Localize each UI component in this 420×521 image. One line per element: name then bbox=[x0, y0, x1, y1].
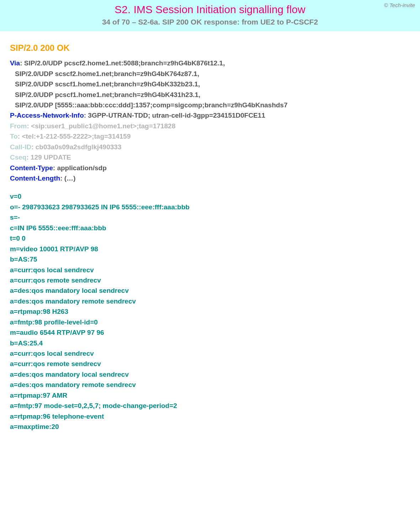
sdp-line: a=des:qos mandatory remote sendrecv bbox=[10, 296, 410, 306]
sip-header-from: From: <sip:user1_public1@home1.net>;tag=… bbox=[10, 121, 410, 131]
sdp-line: a=des:qos mandatory local sendrecv bbox=[10, 369, 410, 380]
sdp-line: c=IN IP6 5555::eee:fff:aaa:bbb bbox=[10, 223, 410, 233]
pani-header-name: P-Access-Network-Info bbox=[10, 112, 84, 119]
sip-status-line: SIP/2.0 200 OK bbox=[10, 41, 410, 54]
sdp-line: a=des:qos mandatory remote sendrecv bbox=[10, 380, 410, 390]
pani-header-value: 3GPP-UTRAN-TDD; utran-cell-id-3gpp=23415… bbox=[88, 112, 265, 119]
via-header-name: Via bbox=[10, 59, 20, 67]
via-header-value-0: SIP/2.0/UDP pcscf2.home1.net:5088;branch… bbox=[24, 59, 225, 67]
sdp-line: a=fmtp:98 profile-level-id=0 bbox=[10, 317, 410, 327]
callid-header-name: Call-ID bbox=[10, 143, 31, 151]
to-header-value: <tel:+1-212-555-2222>;tag=314159 bbox=[22, 133, 130, 140]
sdp-line: a=maxptime:20 bbox=[10, 421, 410, 432]
cseq-header-value: 129 UPDATE bbox=[31, 154, 71, 161]
copyright-text: © Tech-invite bbox=[384, 2, 415, 8]
to-header-name: To bbox=[10, 133, 18, 140]
sdp-line: b=AS:75 bbox=[10, 254, 410, 264]
cseq-header-name: Cseq bbox=[10, 154, 26, 161]
sdp-line: a=rtpmap:97 AMR bbox=[10, 390, 410, 401]
sdp-line: a=rtpmap:96 telephone-event bbox=[10, 411, 410, 421]
sip-header-content-length: Content-Length: (…) bbox=[10, 173, 410, 183]
sdp-line: b=AS:25.4 bbox=[10, 338, 410, 348]
from-header-value: <sip:user1_public1@home1.net>;tag=171828 bbox=[31, 122, 176, 130]
via-header-value-1: SIP/2.0/UDP scscf2.home1.net;branch=z9hG… bbox=[10, 69, 410, 79]
from-header-name: From bbox=[10, 122, 27, 130]
sip-header-via: Via: SIP/2.0/UDP pcscf2.home1.net:5088;b… bbox=[10, 58, 410, 110]
clen-header-value: (…) bbox=[64, 174, 76, 182]
sdp-line: t=0 0 bbox=[10, 233, 410, 243]
sdp-line: a=fmtp:97 mode-set=0,2,5,7; mode-change-… bbox=[10, 401, 410, 411]
via-header-value-3: SIP/2.0/UDP pcscf1.home1.net;branch=z9hG… bbox=[10, 90, 410, 100]
sdp-line: v=0 bbox=[10, 191, 410, 202]
sdp-line: a=rtpmap:98 H263 bbox=[10, 306, 410, 317]
sdp-body: v=0 o=- 2987933623 2987933625 IN IP6 555… bbox=[10, 191, 410, 432]
sip-header-to: To: <tel:+1-212-555-2222>;tag=314159 bbox=[10, 131, 410, 141]
header-banner: © Tech-invite S2. IMS Session Initiation… bbox=[0, 0, 420, 31]
ctype-header-name: Content-Type bbox=[10, 164, 53, 172]
via-header-value-2: SIP/2.0/UDP scscf1.home1.net;branch=z9hG… bbox=[10, 79, 410, 89]
sdp-line: o=- 2987933623 2987933625 IN IP6 5555::e… bbox=[10, 202, 410, 212]
sdp-line: m=video 10001 RTP/AVP 98 bbox=[10, 244, 410, 254]
via-header-value-4: SIP/2.0/UDP [5555::aaa:bbb:ccc:ddd]:1357… bbox=[10, 100, 410, 110]
sdp-line: a=des:qos mandatory local sendrecv bbox=[10, 285, 410, 296]
sdp-line: a=curr:qos local sendrecv bbox=[10, 348, 410, 359]
sip-header-cseq: Cseq: 129 UPDATE bbox=[10, 152, 410, 162]
sdp-line: s=- bbox=[10, 212, 410, 222]
callid-header-value: cb03a0s09a2sdfglkj490333 bbox=[36, 143, 122, 151]
sip-message-body: SIP/2.0 200 OK Via: SIP/2.0/UDP pcscf2.h… bbox=[0, 31, 420, 443]
sdp-line: a=curr:qos remote sendrecv bbox=[10, 359, 410, 369]
sip-header-pani: P-Access-Network-Info: 3GPP-UTRAN-TDD; u… bbox=[10, 110, 410, 120]
page-subtitle: 34 of 70 – S2-6a. SIP 200 OK response: f… bbox=[7, 18, 413, 26]
ctype-header-value: application/sdp bbox=[57, 164, 107, 172]
sdp-line: a=curr:qos local sendrecv bbox=[10, 265, 410, 275]
clen-header-name: Content-Length bbox=[10, 174, 60, 182]
sdp-line: a=curr:qos remote sendrecv bbox=[10, 275, 410, 285]
sip-header-callid: Call-ID: cb03a0s09a2sdfglkj490333 bbox=[10, 142, 410, 152]
page-title: S2. IMS Session Initiation signalling fl… bbox=[7, 4, 413, 16]
sip-header-content-type: Content-Type: application/sdp bbox=[10, 163, 410, 173]
sdp-line: m=audio 6544 RTP/AVP 97 96 bbox=[10, 327, 410, 338]
